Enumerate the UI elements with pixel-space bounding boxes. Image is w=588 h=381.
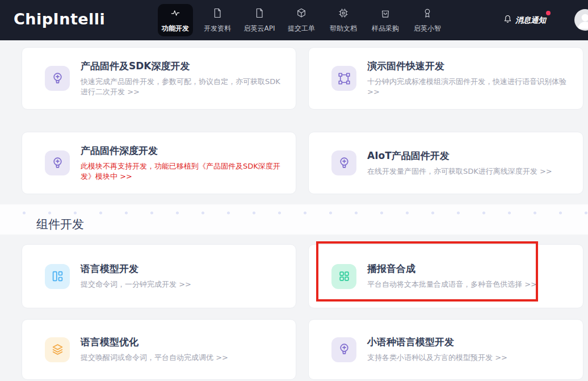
card-language-model-optimize[interactable]: 语言模型优化 提交唤醒词或命令词，平台自动完成调优 >> <box>22 319 296 380</box>
card-description: 此模块不再支持开发，功能已移植到《产品固件及SDK深度开发》模块中 >> <box>81 161 282 182</box>
nav-item-cloud-api[interactable]: 启英云API <box>242 4 277 36</box>
components-card-grid: 语言模型开发 提交命令词，一分钟完成开发 >> 播报音合成 平台自动将文本批量合… <box>22 244 583 380</box>
card-text: AIoT产品固件开发 在线开发量产固件，亦可获取SDK进行离线深度开发 >> <box>367 149 552 177</box>
nav-item-sample-purchase[interactable]: 样品采购 <box>368 4 403 36</box>
card-description: 十分钟内完成标准模组演示固件开发，快速进行语音识别体验 >> <box>367 77 569 98</box>
badge-icon <box>422 7 433 20</box>
frame-select-icon <box>331 66 356 91</box>
card-title: 语言模型优化 <box>81 336 228 349</box>
card-title: 产品固件及SDK深度开发 <box>81 60 282 73</box>
unread-dot <box>546 11 551 15</box>
nav-item-dev-resources[interactable]: 开发资料 <box>200 4 235 36</box>
card-text: 小语种语言模型开发 支持各类小语种以及方言的模型预开发 >> <box>367 336 507 363</box>
nav-label: 提交工单 <box>288 24 315 34</box>
bulb-icon <box>45 66 70 91</box>
main-content: 产品固件及SDK深度开发 快速完成产品固件开发，参数可配，协议自定，亦可获取SD… <box>0 40 588 380</box>
card-text: 产品固件及SDK深度开发 快速完成产品固件开发，参数可配，协议自定，亦可获取SD… <box>81 60 282 98</box>
card-product-firmware-deep[interactable]: 产品固件深度开发 此模块不再支持开发，功能已移植到《产品固件及SDK深度开发》模… <box>22 132 296 194</box>
card-text: 播报音合成 平台自动将文本批量合成语音，多种音色供选择 >> <box>367 262 537 290</box>
chip-icon <box>338 7 349 20</box>
card-title: 语言模型开发 <box>81 262 191 275</box>
person-icon <box>574 22 588 31</box>
layout-icon <box>45 264 70 289</box>
card-title: 演示固件快速开发 <box>367 60 569 73</box>
nav-item-submit-ticket[interactable]: 提交工单 <box>284 4 319 36</box>
layers-icon <box>45 337 70 362</box>
nav-label: 开发资料 <box>204 24 231 34</box>
card-title: AIoT产品固件开发 <box>367 149 552 162</box>
nav-item-qiying-assistant[interactable]: 启英小智 <box>410 4 445 36</box>
bulb-icon <box>331 150 356 175</box>
nav-item-function-dev[interactable]: 功能开发 <box>158 4 193 36</box>
card-demo-firmware[interactable]: 演示固件快速开发 十分钟内完成标准模组演示固件开发，快速进行语音识别体验 >> <box>308 47 583 110</box>
card-text: 语言模型优化 提交唤醒词或命令词，平台自动完成调优 >> <box>81 336 228 363</box>
nav-item-help-docs[interactable]: 帮助文档 <box>326 4 361 36</box>
chipintelli-logo[interactable]: ChipIntelli <box>14 10 105 28</box>
nav-label: 帮助文档 <box>330 24 357 34</box>
nav-label: 样品采购 <box>372 24 399 34</box>
card-description: 快速完成产品固件开发，参数可配，协议自定，亦可获取SDK进行二次开发 >> <box>81 77 282 98</box>
cube-icon <box>296 7 307 20</box>
notification-button[interactable]: 消息通知 <box>503 14 546 26</box>
document-icon <box>254 7 265 20</box>
notification-label: 消息通知 <box>515 15 546 26</box>
nav-label: 启英小智 <box>414 24 441 34</box>
card-tts-synthesis[interactable]: 播报音合成 平台自动将文本批量合成语音，多种音色供选择 >> <box>308 244 583 308</box>
card-description: 提交命令词，一分钟完成开发 >> <box>81 279 191 290</box>
card-title: 小语种语言模型开发 <box>367 336 507 349</box>
firmware-card-grid: 产品固件及SDK深度开发 快速完成产品固件开发，参数可配，协议自定，亦可获取SD… <box>22 47 583 194</box>
bell-icon <box>503 14 513 26</box>
bulb-icon <box>331 337 356 362</box>
card-text: 产品固件深度开发 此模块不再支持开发，功能已移植到《产品固件及SDK深度开发》模… <box>81 144 282 182</box>
section-title: 组件开发 <box>36 216 588 232</box>
card-description: 在线开发量产固件，亦可获取SDK进行离线深度开发 >> <box>367 166 552 177</box>
main-nav: 功能开发 开发资料 启英云API 提交工单 帮助文档 样品采购 启英小智 <box>158 4 445 36</box>
card-aiot-firmware[interactable]: AIoT产品固件开发 在线开发量产固件，亦可获取SDK进行离线深度开发 >> <box>308 132 583 194</box>
nav-label: 启英云API <box>244 24 275 34</box>
card-title: 产品固件深度开发 <box>81 144 282 157</box>
nav-label: 功能开发 <box>162 24 189 34</box>
card-description: 平台自动将文本批量合成语音，多种音色供选择 >> <box>367 279 537 290</box>
card-title: 播报音合成 <box>367 262 537 275</box>
top-header: ChipIntelli 功能开发 开发资料 启英云API 提交工单 帮助文档 样… <box>0 0 588 40</box>
components-section-header: 组件开发 <box>0 204 588 235</box>
user-avatar[interactable] <box>574 9 588 31</box>
grid-icon <box>331 264 356 289</box>
card-minor-language-model[interactable]: 小语种语言模型开发 支持各类小语种以及方言的模型预开发 >> <box>308 319 583 380</box>
card-language-model-dev[interactable]: 语言模型开发 提交命令词，一分钟完成开发 >> <box>22 244 296 308</box>
shopping-bag-icon <box>380 7 391 20</box>
card-text: 语言模型开发 提交命令词，一分钟完成开发 >> <box>81 262 191 290</box>
waveform-icon <box>170 7 181 20</box>
card-description: 支持各类小语种以及方言的模型预开发 >> <box>367 353 507 363</box>
card-text: 演示固件快速开发 十分钟内完成标准模组演示固件开发，快速进行语音识别体验 >> <box>367 60 569 98</box>
card-product-firmware-sdk[interactable]: 产品固件及SDK深度开发 快速完成产品固件开发，参数可配，协议自定，亦可获取SD… <box>22 47 296 110</box>
bulb-icon <box>45 150 70 175</box>
card-description: 提交唤醒词或命令词，平台自动完成调优 >> <box>81 353 228 363</box>
document-icon <box>212 7 223 20</box>
